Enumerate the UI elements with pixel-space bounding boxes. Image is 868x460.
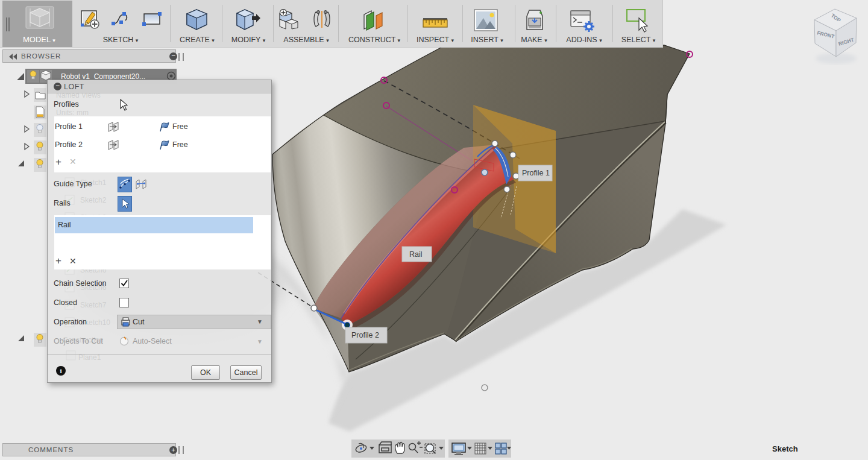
svg-text:Profile 1: Profile 1 [522, 169, 550, 177]
svg-text:Rail: Rail [409, 250, 423, 259]
svg-text:Profile 2: Profile 2 [351, 331, 379, 339]
